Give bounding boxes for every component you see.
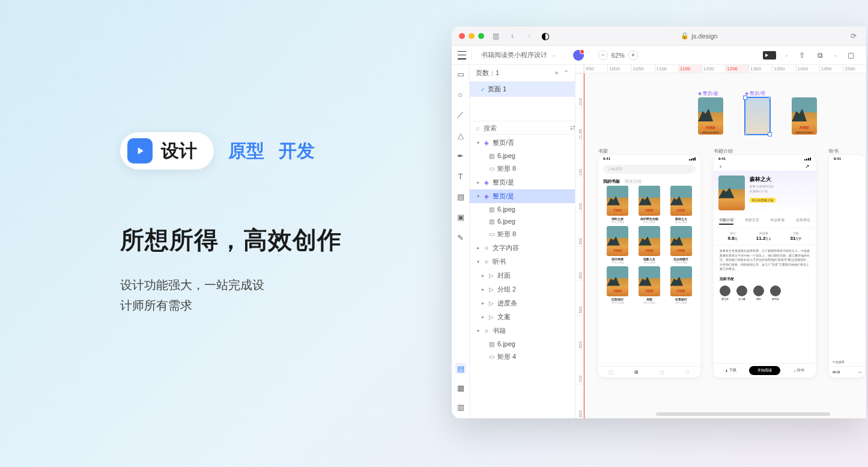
thumbnail-fire-2[interactable]: FIREWRECKS A FOREST xyxy=(792,97,817,135)
layers-tab-icon[interactable]: ▤ xyxy=(455,363,466,374)
page-item-1[interactable]: ✓ 页面 1 xyxy=(470,82,575,97)
ruler-vertical[interactable]: -218-71.65100200300400500600700800 xyxy=(575,73,584,418)
layer-row[interactable]: ▭矩形 8 xyxy=(470,227,575,241)
layer-caret-icon[interactable] xyxy=(476,140,481,145)
line-tool[interactable]: ／ xyxy=(455,109,466,120)
frame-tool[interactable]: ▣ xyxy=(455,212,466,222)
nav-home-icon[interactable]: ▢ xyxy=(608,369,614,375)
layer-caret-icon[interactable] xyxy=(476,245,481,251)
canvas-scrollbar-horizontal[interactable] xyxy=(656,412,830,416)
present-button[interactable] xyxy=(763,51,776,60)
book-item[interactable]: FIRE保护野生动物10万人阅读 xyxy=(635,186,664,224)
add-page-button[interactable]: + xyxy=(555,69,559,77)
layer-row[interactable]: ▧6.jpeg xyxy=(470,150,575,162)
listen-button[interactable]: ♫ 听书 xyxy=(794,368,805,373)
layer-search-input[interactable] xyxy=(484,124,566,132)
layer-caret-icon[interactable] xyxy=(476,259,481,264)
ellipse-tool[interactable]: ○ xyxy=(455,89,466,100)
tab-prototype[interactable]: 原型 xyxy=(228,139,264,163)
brush-tool[interactable]: ✎ xyxy=(455,232,466,243)
layer-row[interactable]: ▷封面 xyxy=(470,269,575,282)
filter-icon[interactable]: ⇄ xyxy=(570,124,575,132)
doc-chevron-icon[interactable]: ⌄ xyxy=(552,52,556,58)
book-item[interactable]: FIRE冬季旅行10万人阅读 xyxy=(666,266,696,304)
layer-caret-icon[interactable] xyxy=(476,328,481,334)
phone-frame-bookshelf[interactable]: 9:41 云电视容⌕ 我的书架 阅读历程 FIRE深时之旅10万人阅读FIRE保… xyxy=(598,155,700,377)
friend-item[interactable]: 李书仪 xyxy=(770,285,781,301)
panel-icon[interactable]: ▢ xyxy=(846,50,855,60)
export-icon[interactable]: ⇪ xyxy=(797,50,807,60)
book-item[interactable]: FIRE局势10万人阅读 xyxy=(635,266,664,304)
files-tab-icon[interactable]: ▥ xyxy=(455,401,466,412)
thumbnail-fire-1[interactable]: FIREWRECKS A FOREST xyxy=(698,97,723,135)
assets-tab-icon[interactable]: ▦ xyxy=(455,382,466,393)
maximize-window-button[interactable] xyxy=(478,33,484,39)
nav-back-icon[interactable]: ‹ xyxy=(507,31,518,41)
minimize-window-button[interactable] xyxy=(469,33,475,39)
phone-frame-listen[interactable]: 9:41 中途被风 06:32— xyxy=(829,155,865,377)
share-icon[interactable]: ↗ xyxy=(805,163,810,169)
sidebar-toggle-icon[interactable]: ▥ xyxy=(490,31,501,41)
move-tool[interactable]: ▭ xyxy=(455,69,466,79)
phone2-tab[interactable]: 作品奖项 xyxy=(770,218,785,225)
layer-row[interactable]: ▭矩形 8 xyxy=(470,162,575,176)
layer-row[interactable]: ▷分组 2 xyxy=(470,282,575,296)
layer-row[interactable]: ▧6.jpeg xyxy=(470,338,575,350)
zoom-out-button[interactable]: − xyxy=(598,50,608,60)
book-item[interactable]: FIRE假日海滩10万人阅读 xyxy=(603,226,633,264)
canvas[interactable]: 9501000105011001156120012561300135014001… xyxy=(575,65,866,418)
friend-item[interactable]: 梁光芳 xyxy=(720,285,730,301)
pen-tool[interactable]: ✒ xyxy=(455,150,466,161)
nav-grid-icon[interactable]: ⊞ xyxy=(634,369,640,375)
close-window-button[interactable] xyxy=(459,33,465,39)
canvas-content[interactable]: ◈ 整页/是 FIREWRECKS A FOREST ◈ 整页/否 FIREWR… xyxy=(584,73,866,418)
frame-label-listen[interactable]: 听书 xyxy=(829,148,839,154)
collapse-pages-button[interactable]: ⌃ xyxy=(563,69,569,77)
book-item[interactable]: FIRE森林之火10万人阅读 xyxy=(666,186,696,224)
friend-item[interactable]: 王小雅 xyxy=(736,285,747,301)
phone2-tab[interactable]: 作家主页 xyxy=(745,218,759,225)
ruler-horizontal[interactable]: 9501000105011001156120012561300135014001… xyxy=(584,65,866,73)
layer-caret-icon[interactable] xyxy=(476,194,481,199)
phone-tab-myshelf[interactable]: 我的书架 xyxy=(603,179,620,185)
nav-profile-icon[interactable]: ⚇ xyxy=(685,369,691,375)
duplicate-icon[interactable]: ⧉ xyxy=(815,50,825,60)
phone2-tab[interactable]: 书籍介绍 xyxy=(719,218,733,225)
back-icon[interactable]: ‹ xyxy=(720,163,721,169)
book-item[interactable]: FIRE巴斯假日10万人阅读 xyxy=(603,266,633,304)
guide-line[interactable] xyxy=(584,73,584,418)
book-item[interactable]: FIRE深时之旅10万人阅读 xyxy=(603,186,633,224)
ruler-origin[interactable] xyxy=(575,65,584,73)
layer-caret-icon[interactable] xyxy=(481,314,485,320)
polygon-tool[interactable]: △ xyxy=(455,130,466,141)
privacy-shield-icon[interactable]: ◐ xyxy=(541,31,550,41)
frame-label-detail[interactable]: 书籍介绍 xyxy=(714,148,733,154)
tab-develop[interactable]: 开发 xyxy=(279,139,315,163)
zoom-in-button[interactable]: + xyxy=(628,50,638,60)
book-item[interactable]: FIRE当众独聊天10万人阅读 xyxy=(666,226,696,264)
phone-frame-detail[interactable]: 9:41 ‹ ↗ 森林之火 罗斯·凡尔纳辛[法] 长篇科幻小说 科幻的想象 xyxy=(714,155,816,377)
book-item[interactable]: FIRE电影人生10万人阅读 xyxy=(635,226,664,264)
phone-tab-recent[interactable]: 阅读历程 xyxy=(625,179,642,185)
zoom-value[interactable]: 62% xyxy=(612,52,625,59)
document-title[interactable]: 书籍阅读类小程序设计 xyxy=(481,50,547,60)
layer-row[interactable]: ⌗听书 xyxy=(470,255,575,269)
reload-icon[interactable]: ⟳ xyxy=(848,31,859,41)
layer-row[interactable]: ◈整页/是 xyxy=(470,176,575,189)
layer-row[interactable]: ⌗文字内容 xyxy=(470,241,575,255)
layer-row[interactable]: ▭矩形 4 xyxy=(470,350,575,364)
component-label-no[interactable]: ◈ 整页/否 xyxy=(745,90,765,97)
nav-bookmark-icon[interactable]: ◻ xyxy=(659,369,665,375)
layer-caret-icon[interactable] xyxy=(481,287,485,292)
user-avatar[interactable] xyxy=(573,50,584,61)
phone-search-bar[interactable]: 云电视容⌕ xyxy=(603,165,696,174)
layer-row[interactable]: ▧6.jpeg xyxy=(470,203,575,215)
layer-caret-icon[interactable] xyxy=(476,180,481,185)
start-reading-button[interactable]: 开始阅读 xyxy=(749,366,780,375)
download-button[interactable]: ⬇ 下载 xyxy=(725,368,736,373)
layer-caret-icon[interactable] xyxy=(481,273,485,278)
friend-item[interactable]: 李白 xyxy=(753,285,764,301)
menu-icon[interactable] xyxy=(458,51,466,60)
layer-row[interactable]: ▷文案 xyxy=(470,310,575,324)
component-label-yes[interactable]: ◈ 整页/是 xyxy=(698,90,718,97)
